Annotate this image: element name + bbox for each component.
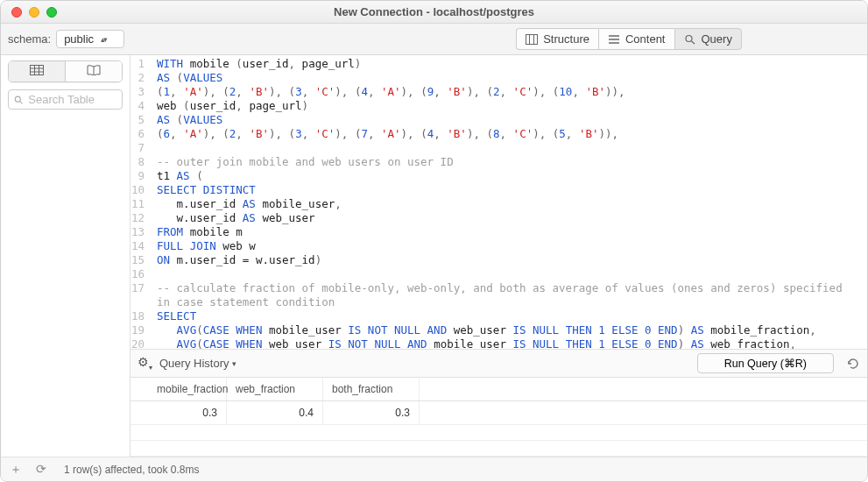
svg-point-14 bbox=[15, 96, 20, 102]
refresh-icon[interactable] bbox=[846, 357, 860, 371]
titlebar: New Connection - localhost/postgres bbox=[1, 1, 867, 24]
status-text: 1 row(s) affected, took 0.8ms bbox=[64, 464, 200, 476]
search-table[interactable] bbox=[8, 89, 123, 110]
sidebar-view-grid[interactable] bbox=[9, 61, 66, 82]
query-icon bbox=[684, 34, 696, 45]
schema-select[interactable]: public ▴▾ bbox=[56, 30, 124, 48]
cell: 0.3 bbox=[323, 401, 420, 424]
tab-structure[interactable]: Structure bbox=[516, 28, 598, 50]
svg-line-7 bbox=[691, 41, 695, 44]
window-title: New Connection - localhost/postgres bbox=[1, 5, 867, 18]
results-header: mobile_fractionweb_fractionboth_fraction bbox=[131, 377, 867, 401]
cell: 0.3 bbox=[131, 401, 227, 424]
toolbar: schema: public ▴▾ Structure Content Quer… bbox=[1, 24, 867, 55]
table-row[interactable]: 0.30.40.3 bbox=[131, 401, 867, 425]
run-query-button[interactable]: Run Query (⌘R) bbox=[697, 353, 834, 373]
code-area[interactable]: WITH mobile (user_id, page_url)AS (VALUE… bbox=[152, 55, 854, 349]
book-icon bbox=[87, 65, 101, 75]
line-gutter: 12345678910111213141516171819202122 bbox=[131, 55, 152, 349]
column-header[interactable]: both_fraction bbox=[323, 378, 420, 400]
view-mode-segmented: Structure Content Query bbox=[516, 28, 742, 50]
query-history-button[interactable]: Query History ▾ bbox=[159, 357, 236, 370]
search-input[interactable] bbox=[28, 93, 116, 106]
tab-content-label: Content bbox=[625, 32, 666, 46]
grid-icon bbox=[30, 65, 44, 75]
query-history-label: Query History bbox=[159, 357, 229, 370]
results-body: 0.30.40.3 bbox=[131, 401, 867, 457]
tab-content[interactable]: Content bbox=[598, 28, 674, 50]
gear-icon[interactable]: ⚙︎▾ bbox=[138, 355, 152, 372]
reload-icon[interactable]: ⟳ bbox=[36, 462, 46, 478]
sidebar bbox=[1, 55, 131, 457]
sql-editor[interactable]: 12345678910111213141516171819202122 WITH… bbox=[131, 55, 867, 349]
svg-rect-8 bbox=[31, 66, 44, 75]
svg-rect-0 bbox=[526, 34, 538, 44]
cell: 0.4 bbox=[227, 401, 323, 424]
search-icon bbox=[14, 95, 23, 105]
schema-value: public bbox=[64, 32, 94, 46]
add-icon[interactable]: ＋ bbox=[10, 462, 22, 478]
tab-query[interactable]: Query bbox=[674, 28, 742, 50]
sidebar-view-book[interactable] bbox=[66, 61, 122, 82]
column-header[interactable]: mobile_fraction bbox=[131, 378, 227, 400]
status-bar: ＋ ⟳ 1 row(s) affected, took 0.8ms bbox=[1, 457, 867, 481]
chevron-updown-icon: ▴▾ bbox=[101, 35, 106, 44]
tab-structure-label: Structure bbox=[543, 32, 589, 46]
sidebar-view-toggle bbox=[8, 60, 123, 82]
svg-point-6 bbox=[686, 35, 692, 41]
content-icon bbox=[608, 34, 620, 45]
svg-line-15 bbox=[20, 101, 23, 103]
tab-query-label: Query bbox=[702, 32, 732, 46]
query-actions-bar: ⚙︎▾ Query History ▾ Run Query (⌘R) bbox=[131, 349, 867, 377]
column-header[interactable]: web_fraction bbox=[227, 378, 323, 400]
chevron-down-icon: ▾ bbox=[232, 359, 236, 368]
schema-label: schema: bbox=[8, 32, 51, 46]
structure-icon bbox=[526, 34, 538, 45]
